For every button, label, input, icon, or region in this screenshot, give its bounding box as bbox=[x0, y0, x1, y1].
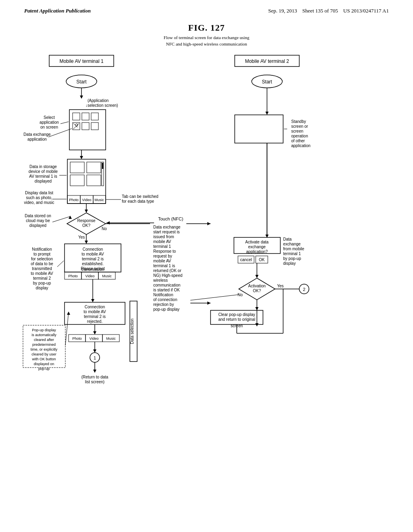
caption-line2: NFC and high-speed wireless communicatio… bbox=[166, 42, 247, 46]
flowchart-diagram: Mobile AV terminal 1 Mobile AV terminal … bbox=[17, 51, 396, 503]
svg-text:Response to: Response to bbox=[153, 249, 176, 254]
svg-text:Music: Music bbox=[94, 198, 104, 202]
svg-text:predetermined: predetermined bbox=[32, 343, 56, 347]
svg-marker-168 bbox=[91, 299, 94, 302]
svg-text:of connection: of connection bbox=[153, 297, 177, 302]
svg-text:displayed: displayed bbox=[35, 179, 52, 183]
svg-text:Data selection: Data selection bbox=[130, 318, 134, 344]
svg-text:Mobile AV terminal 2: Mobile AV terminal 2 bbox=[245, 58, 289, 64]
svg-marker-185 bbox=[93, 349, 96, 353]
svg-text:Touch (NFC): Touch (NFC) bbox=[158, 216, 183, 221]
svg-text:Activate data: Activate data bbox=[245, 240, 269, 244]
svg-text:time, or explicitly: time, or explicitly bbox=[31, 347, 58, 351]
svg-text:terminal 2 is: terminal 2 is bbox=[82, 257, 104, 261]
svg-text:Mobile AV terminal 1: Mobile AV terminal 1 bbox=[59, 58, 103, 64]
svg-text:Music: Music bbox=[102, 274, 112, 278]
svg-marker-203 bbox=[67, 312, 70, 315]
svg-text:issued from: issued from bbox=[153, 235, 174, 239]
svg-text:terminal 2 is: terminal 2 is bbox=[84, 314, 106, 319]
svg-text:terminal 1: terminal 1 bbox=[283, 251, 301, 256]
svg-text:is automatically: is automatically bbox=[31, 333, 56, 337]
svg-text:2: 2 bbox=[303, 287, 305, 292]
svg-rect-23 bbox=[91, 123, 98, 130]
svg-text:exchange: exchange bbox=[248, 245, 266, 249]
svg-text:Photo: Photo bbox=[68, 274, 78, 278]
svg-text:start request is: start request is bbox=[153, 230, 180, 234]
svg-line-27 bbox=[60, 122, 69, 124]
svg-marker-72 bbox=[69, 216, 72, 219]
svg-text:to prompt: to prompt bbox=[33, 252, 50, 256]
svg-text:exchange: exchange bbox=[283, 242, 301, 246]
svg-text:request by: request by bbox=[153, 254, 172, 258]
svg-rect-16 bbox=[82, 113, 89, 120]
svg-text:screen: screen bbox=[291, 129, 303, 133]
svg-text:established.: established. bbox=[82, 262, 103, 266]
svg-text:No: No bbox=[102, 227, 107, 231]
svg-marker-67 bbox=[85, 210, 88, 213]
svg-text:Photo: Photo bbox=[72, 337, 82, 341]
svg-text:communication: communication bbox=[153, 283, 180, 287]
svg-text:with OK button: with OK button bbox=[31, 357, 56, 361]
svg-marker-146 bbox=[207, 301, 211, 305]
svg-text:for selection: for selection bbox=[31, 257, 53, 261]
publication-label: Patent Application Publication bbox=[24, 8, 91, 14]
pub-date: Sep. 19, 2013 bbox=[268, 8, 297, 14]
svg-rect-15 bbox=[73, 113, 80, 120]
figure-caption: Flow of terminal screen for data exchang… bbox=[16, 35, 397, 47]
svg-text:transmission: transmission bbox=[81, 267, 104, 272]
svg-text:Data exchange: Data exchange bbox=[23, 132, 51, 137]
svg-text:OK: OK bbox=[259, 258, 265, 262]
svg-text:Data stored on: Data stored on bbox=[25, 214, 51, 218]
svg-text:Clear pop-up display: Clear pop-up display bbox=[218, 312, 255, 317]
svg-text:pop-up display: pop-up display bbox=[153, 307, 179, 312]
svg-text:mobile AV: mobile AV bbox=[153, 259, 171, 263]
svg-text:Standby: Standby bbox=[291, 119, 306, 124]
svg-marker-90 bbox=[207, 222, 211, 225]
svg-line-147 bbox=[190, 295, 239, 300]
svg-text:for each data type: for each data type bbox=[122, 199, 154, 204]
svg-text:OK?: OK? bbox=[82, 223, 90, 228]
svg-text:to mobile AV: to mobile AV bbox=[81, 252, 104, 256]
svg-text:displayed on: displayed on bbox=[34, 362, 54, 366]
svg-text:returned (OK or: returned (OK or bbox=[153, 268, 181, 273]
svg-rect-45 bbox=[87, 175, 101, 186]
svg-text:application: application bbox=[40, 120, 59, 125]
svg-marker-130 bbox=[255, 275, 259, 278]
svg-text:screen or: screen or bbox=[291, 124, 308, 129]
svg-text:by pop-up: by pop-up bbox=[283, 256, 301, 261]
pub-number: US 2013/0247117 A1 bbox=[343, 8, 389, 14]
svg-marker-32 bbox=[80, 156, 83, 159]
svg-text:from mobile: from mobile bbox=[283, 247, 305, 251]
svg-rect-44 bbox=[70, 175, 84, 186]
figure-title: FIG. 127 bbox=[16, 23, 397, 33]
svg-text:Photo: Photo bbox=[69, 198, 79, 202]
svg-text:cleared after: cleared after bbox=[34, 338, 54, 342]
caption-line1: Flow of terminal screen for data exchang… bbox=[164, 35, 249, 40]
svg-text:terminal 1 is: terminal 1 is bbox=[153, 264, 175, 268]
diagram-container: FIG. 127 Flow of terminal screen for dat… bbox=[0, 23, 413, 503]
svg-text:Tab can be switched: Tab can be switched bbox=[122, 194, 159, 199]
svg-line-71 bbox=[52, 216, 70, 222]
svg-text:Data exchange: Data exchange bbox=[153, 225, 181, 229]
svg-text:by pop-up: by pop-up bbox=[33, 281, 51, 285]
svg-text:list screen): list screen) bbox=[85, 380, 104, 384]
svg-marker-156 bbox=[255, 323, 259, 326]
svg-text:display: display bbox=[283, 261, 296, 266]
svg-rect-17 bbox=[91, 113, 98, 120]
svg-text:Video: Video bbox=[90, 337, 99, 341]
svg-rect-22 bbox=[82, 123, 89, 130]
svg-text:1: 1 bbox=[94, 355, 96, 360]
svg-text:of data to be: of data to be bbox=[31, 262, 53, 266]
svg-text:terminal 2: terminal 2 bbox=[33, 276, 51, 281]
svg-text:application: application bbox=[27, 137, 47, 141]
svg-text:pop-up: pop-up bbox=[38, 367, 50, 371]
svg-text:Notification: Notification bbox=[153, 293, 173, 297]
svg-text:Video: Video bbox=[82, 198, 92, 202]
svg-text:Data: Data bbox=[283, 237, 292, 241]
svg-text:Connection: Connection bbox=[83, 247, 103, 251]
svg-line-202 bbox=[65, 312, 69, 345]
svg-text:Yes: Yes bbox=[277, 284, 284, 288]
svg-text:Connection: Connection bbox=[85, 305, 105, 309]
svg-text:↓selection screen): ↓selection screen) bbox=[86, 103, 118, 108]
svg-text:Data in storage: Data in storage bbox=[29, 164, 57, 169]
